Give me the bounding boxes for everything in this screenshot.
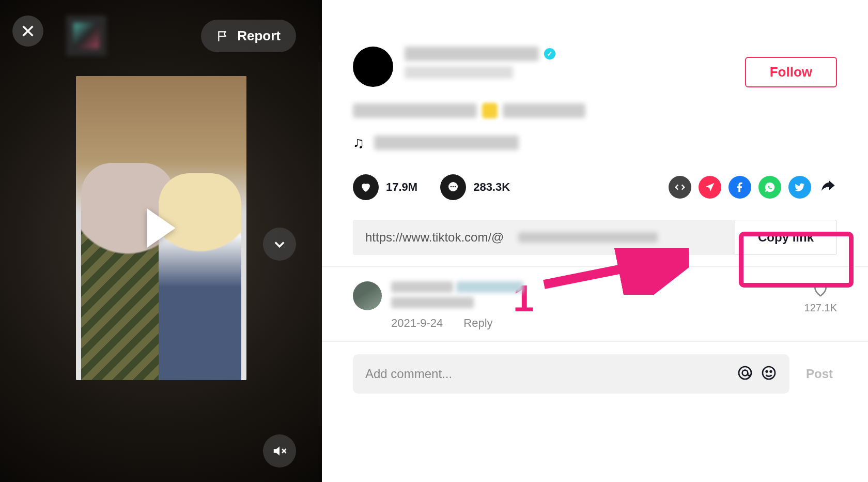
video-panel: Report	[0, 0, 322, 482]
username-redacted	[405, 47, 539, 61]
comment-icon	[447, 181, 459, 193]
copy-link-button[interactable]: Copy link	[735, 220, 837, 255]
emoji-icon	[761, 365, 777, 381]
send-icon	[704, 182, 716, 193]
comment-count: 283.3K	[473, 180, 510, 194]
svg-point-13	[770, 371, 772, 372]
like-button[interactable]	[353, 174, 379, 200]
svg-point-12	[766, 371, 768, 372]
report-button[interactable]: Report	[201, 20, 296, 52]
share-arrow-icon	[818, 177, 837, 195]
next-video-button[interactable]	[263, 228, 296, 261]
video-thumbnail[interactable]	[76, 76, 246, 380]
comment-text-redacted	[391, 297, 474, 308]
comment-avatar[interactable]	[353, 281, 382, 310]
twitter-icon	[794, 182, 805, 193]
comment-username-redacted	[456, 281, 523, 293]
heart-outline-icon[interactable]	[812, 281, 829, 298]
comment-button[interactable]	[440, 174, 466, 200]
music-row[interactable]: ♫	[353, 134, 837, 152]
play-icon	[147, 208, 175, 248]
emoji-button[interactable]	[761, 365, 777, 383]
comment-reply-button[interactable]: Reply	[463, 317, 492, 330]
content-panel: Follow ♫ 17.9M	[322, 0, 868, 482]
chevron-down-icon	[272, 237, 287, 251]
comment-item: 2021-9-24 Reply 127.1K	[353, 281, 837, 330]
svg-point-11	[763, 367, 775, 379]
code-icon	[674, 182, 686, 193]
facebook-icon	[734, 182, 746, 193]
whatsapp-icon	[764, 182, 776, 193]
at-icon	[737, 365, 753, 381]
follow-button[interactable]: Follow	[745, 57, 837, 87]
verified-badge-icon	[544, 48, 555, 59]
flag-icon	[216, 29, 230, 43]
svg-point-5	[451, 186, 452, 188]
share-whatsapp-button[interactable]	[758, 176, 781, 199]
comment-username-redacted	[391, 281, 453, 293]
music-note-icon: ♫	[353, 134, 365, 152]
svg-point-6	[453, 186, 454, 188]
post-comment-button[interactable]: Post	[802, 367, 837, 381]
link-url-redacted	[518, 232, 658, 243]
embed-button[interactable]	[669, 176, 691, 199]
share-facebook-button[interactable]	[729, 176, 751, 199]
send-button[interactable]	[699, 176, 721, 199]
like-count: 17.9M	[386, 180, 417, 194]
add-comment-input[interactable]: Add comment...	[353, 354, 789, 394]
music-title-redacted	[374, 135, 519, 150]
share-twitter-button[interactable]	[788, 176, 811, 199]
share-more-button[interactable]	[818, 177, 837, 198]
svg-point-9	[739, 367, 751, 379]
heart-icon	[360, 181, 372, 193]
avatar[interactable]	[353, 47, 393, 87]
mention-button[interactable]	[737, 365, 753, 383]
svg-point-7	[455, 186, 456, 188]
brand-logo	[66, 16, 106, 56]
comments-section: 2021-9-24 Reply 127.1K	[322, 266, 868, 342]
add-comment-placeholder: Add comment...	[365, 367, 730, 381]
comment-like-count: 127.1K	[804, 302, 837, 314]
close-icon	[21, 24, 35, 38]
comment-date: 2021-9-24	[391, 317, 443, 330]
close-button[interactable]	[12, 16, 43, 47]
report-label: Report	[237, 28, 281, 44]
volume-mute-icon	[272, 443, 287, 459]
profile-header: Follow	[322, 0, 868, 87]
mute-button[interactable]	[263, 434, 296, 468]
svg-point-10	[742, 370, 748, 376]
caption-redacted	[353, 103, 837, 118]
displayname-redacted	[405, 66, 513, 79]
